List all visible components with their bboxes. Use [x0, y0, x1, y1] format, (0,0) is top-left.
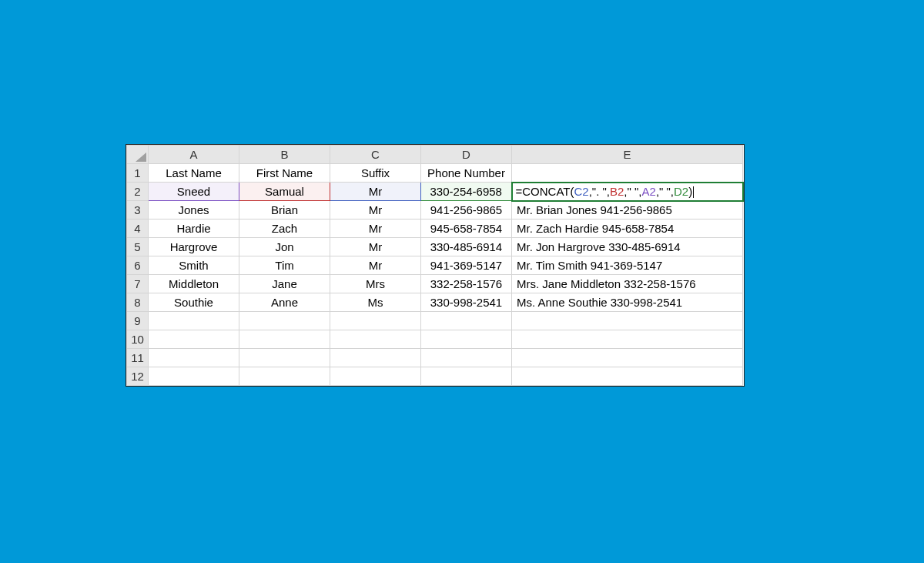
cell-D5[interactable]: 330-485-6914	[421, 238, 512, 256]
cell-A2[interactable]: Sneed	[149, 183, 239, 201]
row-header-4[interactable]: 4	[127, 220, 149, 238]
row-header-9[interactable]: 9	[127, 312, 149, 330]
cell-E6[interactable]: Mr. Tim Smith 941-369-5147	[512, 256, 743, 275]
cell-A10[interactable]	[149, 330, 239, 349]
cell-D8[interactable]: 330-998-2541	[421, 293, 512, 312]
cell-C7[interactable]: Mrs	[330, 275, 421, 293]
cell-C11[interactable]	[330, 349, 421, 367]
cell-E3[interactable]: Mr. Brian Jones 941-256-9865	[512, 201, 743, 220]
cell-B1[interactable]: First Name	[239, 164, 330, 183]
select-all-corner[interactable]	[127, 146, 149, 164]
cell-B6[interactable]: Tim	[239, 256, 330, 275]
cell-A5[interactable]: Hargrove	[149, 238, 239, 256]
cell-D11[interactable]	[421, 349, 512, 367]
row-header-10[interactable]: 10	[127, 330, 149, 349]
cell-E9[interactable]	[512, 312, 743, 330]
cell-A1[interactable]: Last Name	[149, 164, 239, 183]
cell-C3[interactable]: Mr	[330, 201, 421, 220]
cell-C1[interactable]: Suffix	[330, 164, 421, 183]
cell-D1[interactable]: Phone Number	[421, 164, 512, 183]
text-cursor	[693, 186, 694, 198]
cell-B11[interactable]	[239, 349, 330, 367]
cell-E12[interactable]	[512, 367, 743, 386]
cell-D10[interactable]	[421, 330, 512, 349]
spreadsheet[interactable]: A B C D E 1 Last Name First Name Suffix …	[126, 144, 745, 387]
cell-E11[interactable]	[512, 349, 743, 367]
row-header-7[interactable]: 7	[127, 275, 149, 293]
row-header-5[interactable]: 5	[127, 238, 149, 256]
cell-A4[interactable]: Hardie	[149, 220, 239, 238]
cell-C8[interactable]: Ms	[330, 293, 421, 312]
cell-B3[interactable]: Brian	[239, 201, 330, 220]
cell-A7[interactable]: Middleton	[149, 275, 239, 293]
cell-D2[interactable]: 330-254-6958	[421, 183, 512, 201]
row-header-6[interactable]: 6	[127, 256, 149, 275]
cell-B9[interactable]	[239, 312, 330, 330]
cell-C10[interactable]	[330, 330, 421, 349]
row-header-2[interactable]: 2	[127, 183, 149, 201]
cell-C4[interactable]: Mr	[330, 220, 421, 238]
col-header-D[interactable]: D	[421, 146, 512, 164]
cell-B8[interactable]: Anne	[239, 293, 330, 312]
cell-E2-formula[interactable]: =CONCAT(C2,". ",B2," ",A2," ",D2)	[512, 183, 743, 201]
cell-D9[interactable]	[421, 312, 512, 330]
cell-D4[interactable]: 945-658-7854	[421, 220, 512, 238]
cell-B7[interactable]: Jane	[239, 275, 330, 293]
row-header-11[interactable]: 11	[127, 349, 149, 367]
cell-E5[interactable]: Mr. Jon Hargrove 330-485-6914	[512, 238, 743, 256]
cell-C9[interactable]	[330, 312, 421, 330]
cell-D6[interactable]: 941-369-5147	[421, 256, 512, 275]
col-header-A[interactable]: A	[149, 146, 239, 164]
cell-B5[interactable]: Jon	[239, 238, 330, 256]
cell-B4[interactable]: Zach	[239, 220, 330, 238]
cell-A11[interactable]	[149, 349, 239, 367]
row-header-1[interactable]: 1	[127, 164, 149, 183]
col-header-E[interactable]: E	[512, 146, 743, 164]
col-header-C[interactable]: C	[330, 146, 421, 164]
cell-B10[interactable]	[239, 330, 330, 349]
cell-D12[interactable]	[421, 367, 512, 386]
cell-C6[interactable]: Mr	[330, 256, 421, 275]
row-header-3[interactable]: 3	[127, 201, 149, 220]
cell-A3[interactable]: Jones	[149, 201, 239, 220]
cell-C12[interactable]	[330, 367, 421, 386]
grid[interactable]: A B C D E 1 Last Name First Name Suffix …	[126, 145, 744, 386]
cell-E10[interactable]	[512, 330, 743, 349]
cell-E1[interactable]	[512, 164, 743, 183]
cell-A9[interactable]	[149, 312, 239, 330]
cell-E4[interactable]: Mr. Zach Hardie 945-658-7854	[512, 220, 743, 238]
cell-A8[interactable]: Southie	[149, 293, 239, 312]
row-header-8[interactable]: 8	[127, 293, 149, 312]
formula-text: =CONCAT(	[516, 185, 574, 198]
cell-C2[interactable]: Mr	[330, 183, 421, 201]
cell-C5[interactable]: Mr	[330, 238, 421, 256]
cell-D3[interactable]: 941-256-9865	[421, 201, 512, 220]
cell-E7[interactable]: Mrs. Jane Middleton 332-258-1576	[512, 275, 743, 293]
cell-A6[interactable]: Smith	[149, 256, 239, 275]
cell-E8[interactable]: Ms. Anne Southie 330-998-2541	[512, 293, 743, 312]
row-header-12[interactable]: 12	[127, 367, 149, 386]
cell-A12[interactable]	[149, 367, 239, 386]
cell-D7[interactable]: 332-258-1576	[421, 275, 512, 293]
col-header-B[interactable]: B	[239, 146, 330, 164]
cell-B12[interactable]	[239, 367, 330, 386]
cell-B2[interactable]: Samual	[239, 183, 330, 201]
